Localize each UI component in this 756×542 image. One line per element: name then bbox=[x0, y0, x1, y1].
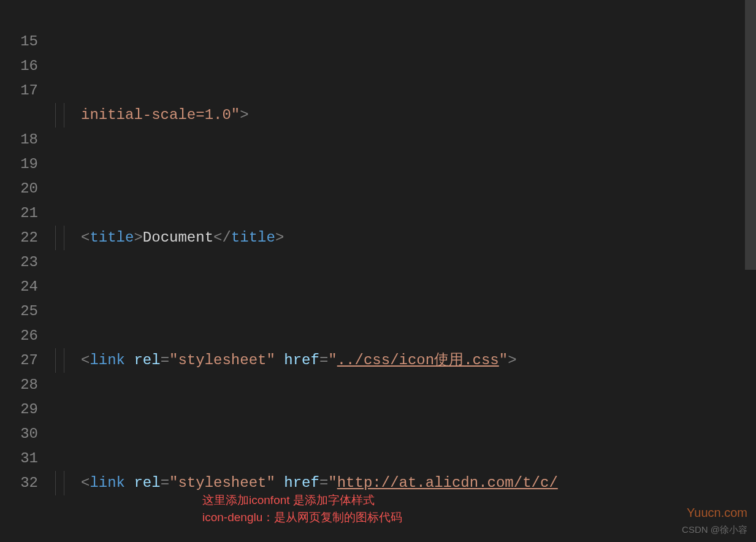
code-line[interactable]: initial-scale=1.0"> bbox=[55, 103, 756, 128]
line-number: 25 bbox=[0, 299, 38, 324]
line-number: 20 bbox=[0, 177, 38, 201]
line-number: 28 bbox=[0, 373, 38, 397]
code-line[interactable]: <title>Document</title> bbox=[55, 226, 756, 250]
minimap[interactable] bbox=[728, 0, 745, 542]
line-number: 32 bbox=[0, 471, 38, 495]
code-line[interactable]: <link rel="stylesheet" href="http://at.a… bbox=[55, 471, 756, 495]
line-number: 22 bbox=[0, 226, 38, 250]
watermark-csdn: CSDN @徐小容 bbox=[682, 524, 747, 536]
line-number: 31 bbox=[0, 446, 38, 471]
line-number: 27 bbox=[0, 348, 38, 373]
annotation-text: icon-denglu：是从网页复制的图标代码 bbox=[202, 509, 402, 526]
line-number: 30 bbox=[0, 422, 38, 446]
line-number: 15 bbox=[0, 29, 38, 54]
line-number: 18 bbox=[0, 128, 38, 152]
scrollbar-track[interactable] bbox=[745, 0, 756, 542]
annotation-text: 这里添加iconfont 是添加字体样式 bbox=[202, 492, 375, 509]
watermark-yuucn: Yuucn.com bbox=[687, 506, 747, 520]
code-line[interactable]: <link rel="stylesheet" href="../css/icon… bbox=[55, 348, 756, 373]
line-number-gutter: 15 16 17 18 19 20 21 22 23 24 25 26 27 2… bbox=[0, 0, 55, 542]
code-area[interactable]: initial-scale=1.0"> <title>Document</tit… bbox=[55, 0, 756, 542]
line-number: 29 bbox=[0, 397, 38, 422]
line-number: 19 bbox=[0, 152, 38, 177]
line-number: 24 bbox=[0, 275, 38, 299]
scrollbar-thumb[interactable] bbox=[745, 0, 756, 270]
line-number: 21 bbox=[0, 201, 38, 226]
code-editor[interactable]: 15 16 17 18 19 20 21 22 23 24 25 26 27 2… bbox=[0, 0, 756, 542]
line-number: 17 bbox=[0, 78, 38, 103]
line-number: 16 bbox=[0, 54, 38, 78]
line-number: 23 bbox=[0, 250, 38, 275]
line-number: 26 bbox=[0, 324, 38, 348]
